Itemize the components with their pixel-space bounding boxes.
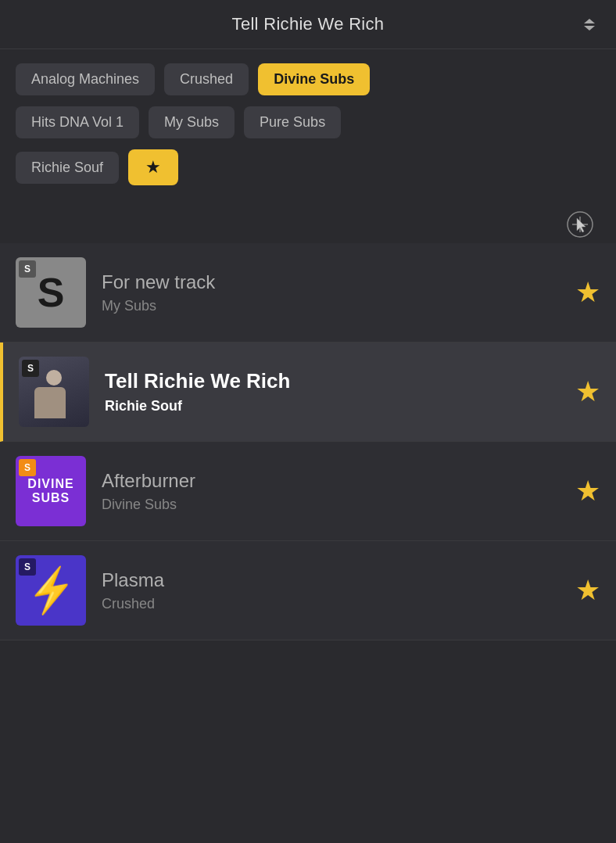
- cursor-icon: [566, 210, 594, 239]
- track-info: For new track My Subs: [102, 271, 563, 314]
- chevron-up-icon: [584, 19, 595, 23]
- track-star-icon[interactable]: ★: [575, 574, 600, 607]
- track-info: Plasma Crushed: [102, 569, 563, 612]
- track-star-icon[interactable]: ★: [575, 375, 600, 408]
- person-silhouette: [34, 370, 73, 421]
- filter-hits-dna[interactable]: Hits DNA Vol 1: [16, 106, 139, 138]
- track-art-divine-subs: S DIVINESUBS: [16, 456, 86, 526]
- lightning-icon: ⚡: [22, 562, 81, 618]
- track-info: Tell Richie We Rich Richie Souf: [105, 369, 563, 414]
- filter-crushed[interactable]: Crushed: [164, 63, 249, 95]
- filter-row-1: Analog Machines Crushed Divine Subs: [16, 63, 600, 95]
- s-badge-icon: S: [19, 260, 36, 278]
- person-head: [46, 370, 62, 386]
- filter-my-subs[interactable]: My Subs: [149, 106, 235, 138]
- track-item[interactable]: S S For new track My Subs ★: [0, 243, 616, 343]
- filter-analog-machines[interactable]: Analog Machines: [16, 63, 155, 95]
- track-subtitle: Richie Souf: [105, 398, 563, 414]
- track-item[interactable]: S DIVINESUBS Afterburner Divine Subs ★: [0, 442, 616, 541]
- filter-pure-subs[interactable]: Pure Subs: [244, 106, 341, 138]
- separator-area: [0, 204, 616, 243]
- track-title: For new track: [102, 271, 563, 293]
- track-star-icon[interactable]: ★: [575, 276, 600, 309]
- track-subtitle: Divine Subs: [102, 497, 563, 513]
- filters-area: Analog Machines Crushed Divine Subs Hits…: [0, 49, 616, 204]
- track-item[interactable]: S ⚡ Plasma Crushed ★: [0, 541, 616, 640]
- expand-collapse-button[interactable]: [578, 13, 600, 35]
- track-art-plasma: S ⚡: [16, 555, 86, 626]
- track-item-active[interactable]: S Tell Richie We Rich Richie Souf ★: [0, 343, 616, 442]
- chevron-down-icon: [584, 26, 595, 30]
- track-title: Plasma: [102, 569, 563, 591]
- track-title: Tell Richie We Rich: [105, 369, 563, 393]
- track-info: Afterburner Divine Subs: [102, 470, 563, 513]
- track-star-icon[interactable]: ★: [575, 475, 600, 508]
- track-subtitle: My Subs: [102, 298, 563, 314]
- track-art-tell-richie: S: [19, 357, 89, 427]
- filter-row-3: Richie Souf ★: [16, 149, 600, 185]
- filter-star-button[interactable]: ★: [128, 149, 178, 185]
- s-badge-icon: S: [19, 459, 36, 476]
- header-title: Tell Richie We Rich: [232, 14, 385, 34]
- filter-row-2: Hits DNA Vol 1 My Subs Pure Subs: [16, 106, 600, 138]
- filter-divine-subs[interactable]: Divine Subs: [258, 63, 370, 95]
- filter-richie-souf[interactable]: Richie Souf: [16, 152, 119, 184]
- divine-subs-label: DIVINESUBS: [27, 477, 73, 504]
- track-list: S S For new track My Subs ★ S Tell Richi…: [0, 243, 616, 640]
- svg-marker-3: [577, 218, 586, 232]
- track-subtitle: Crushed: [102, 596, 563, 612]
- track-art-for-new-track: S S: [16, 257, 86, 328]
- header: Tell Richie We Rich: [0, 0, 616, 49]
- track-title: Afterburner: [102, 470, 563, 492]
- person-body: [34, 387, 66, 418]
